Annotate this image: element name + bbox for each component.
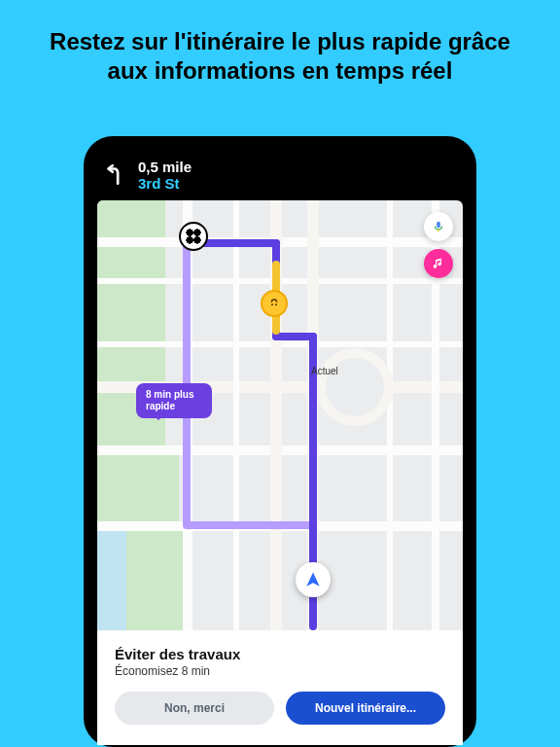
svg-rect-3 [437, 222, 440, 228]
faster-route-callout[interactable]: 8 min plus rapide [136, 383, 212, 418]
music-note-icon [432, 257, 445, 270]
microphone-icon [432, 220, 445, 233]
map-park [97, 453, 179, 531]
map-roundabout [316, 348, 394, 426]
music-control-button[interactable] [424, 249, 453, 278]
current-route-label: Actuel [311, 366, 338, 376]
map-water [97, 531, 126, 630]
next-turn-street: 3rd St [138, 175, 192, 192]
map-road [233, 200, 239, 630]
card-subtitle: Économisez 8 min [115, 664, 445, 678]
map-park [126, 531, 185, 630]
svg-point-1 [271, 303, 273, 305]
reroute-prompt-card: Éviter des travaux Économisez 8 min Non,… [97, 630, 463, 745]
roadwork-hazard-icon [261, 290, 288, 317]
svg-point-2 [275, 303, 277, 305]
promo-headline: Restez sur l'itinéraire le plus rapide g… [0, 0, 560, 105]
vehicle-location-marker [296, 562, 331, 597]
accept-reroute-button[interactable]: Nouvel itinéraire... [286, 692, 445, 725]
map-road [387, 200, 393, 630]
device-frame: 0,5 mile 3rd St [84, 136, 476, 747]
card-title: Éviter des travaux [115, 646, 445, 662]
turn-left-icon [103, 162, 128, 188]
decline-reroute-button[interactable]: Non, merci [115, 692, 274, 725]
next-turn-distance: 0,5 mile [138, 159, 192, 175]
voice-command-button[interactable] [424, 212, 453, 241]
destination-flag-icon [179, 222, 208, 251]
route-faster [183, 521, 315, 529]
map-viewport[interactable]: Actuel 8 min plus rapide [97, 200, 463, 630]
navigation-instruction-bar: 0,5 mile 3rd St [97, 150, 463, 200]
